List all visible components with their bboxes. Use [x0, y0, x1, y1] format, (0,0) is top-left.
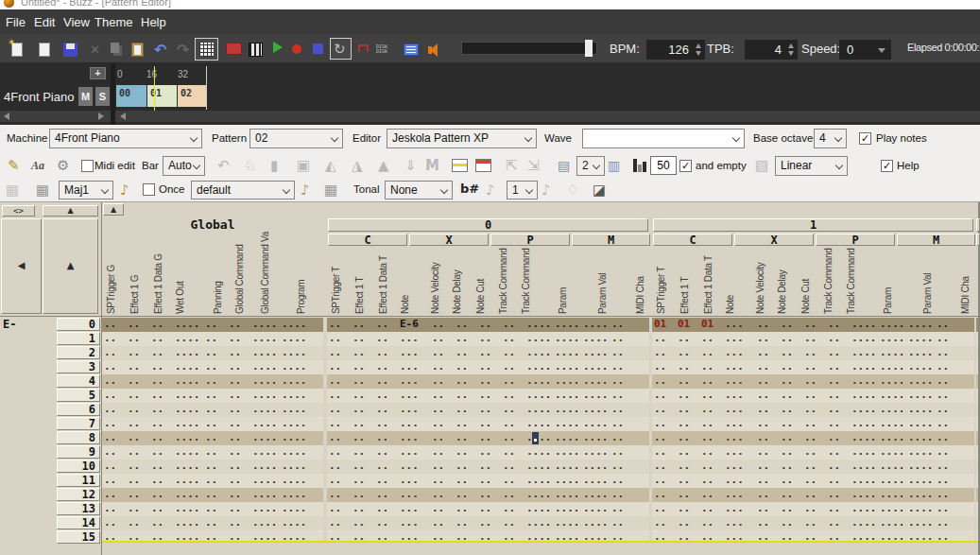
pattern-cell[interactable]: .. — [479, 374, 491, 388]
subgroup-header-P[interactable]: P — [816, 234, 895, 246]
pattern-cell[interactable]: .. — [757, 403, 769, 416]
and-empty-checkbox[interactable]: ✓ — [679, 160, 692, 172]
pattern-cell[interactable]: .. — [352, 445, 365, 459]
pattern-cell[interactable]: .. — [654, 445, 666, 459]
pattern-cell[interactable]: .... — [282, 474, 307, 487]
pattern-cell[interactable]: .... — [252, 502, 278, 515]
pattern-cell[interactable]: .. — [205, 431, 217, 444]
pattern-cell[interactable]: .. — [432, 360, 444, 373]
pattern-cell[interactable]: .... — [282, 403, 307, 416]
pattern-cell[interactable]: .. — [205, 488, 217, 501]
disk-writer-icon[interactable]: DISKDISK — [376, 44, 387, 54]
pattern-row-track1[interactable]: ............................... — [652, 460, 974, 474]
pattern-cell[interactable]: .. — [229, 460, 241, 473]
pattern-cell[interactable]: .. — [229, 332, 241, 345]
pattern-cell[interactable]: .. — [937, 346, 949, 359]
pattern-cell[interactable]: .... — [851, 502, 877, 515]
pattern-cell[interactable]: .... — [908, 318, 934, 331]
pattern-cell[interactable]: ... — [400, 374, 419, 388]
pattern-cell[interactable]: .... — [175, 474, 200, 487]
loop-button[interactable]: ↻ — [330, 38, 352, 60]
pattern-cell[interactable]: .. — [104, 318, 116, 331]
pattern-cell[interactable]: .... — [282, 516, 307, 529]
pattern-cell[interactable]: .. — [329, 474, 341, 487]
pattern-cell[interactable]: .. — [151, 474, 163, 487]
pattern-cell[interactable]: ... — [725, 332, 744, 345]
pattern-cell[interactable]: .. — [128, 417, 140, 430]
pattern-row-global[interactable]: ...................... — [102, 318, 323, 332]
pattern-cell[interactable]: .. — [376, 474, 388, 487]
pattern-cell[interactable]: .. — [205, 516, 217, 529]
pattern-cell[interactable]: .. — [757, 346, 769, 359]
pattern-cell[interactable]: .. — [828, 389, 840, 402]
pattern-cell[interactable]: .... — [526, 445, 552, 459]
pattern-cell[interactable]: .. — [229, 445, 241, 459]
pattern-cell[interactable]: .. — [611, 346, 624, 359]
pattern-cell[interactable]: .... — [851, 318, 877, 331]
pattern-row-track0[interactable]: ............................... — [327, 403, 649, 417]
pattern-cell[interactable]: .. — [376, 488, 388, 501]
pattern-cell[interactable]: 01 — [654, 318, 666, 331]
pattern-cell[interactable]: .. — [479, 332, 491, 345]
pattern-cell[interactable]: .. — [432, 460, 444, 473]
pattern-cell[interactable]: .... — [175, 502, 200, 515]
pattern-cell[interactable]: .. — [456, 445, 468, 459]
copy-icon[interactable] — [111, 43, 119, 53]
pattern-cell[interactable]: .. — [503, 417, 515, 430]
pattern-row-track0[interactable]: ............................... — [327, 332, 649, 346]
pattern-cell[interactable]: .... — [526, 431, 552, 444]
pattern-cell[interactable]: .. — [937, 488, 949, 501]
pattern-cell[interactable]: .... — [851, 417, 877, 430]
pattern-cell[interactable]: .... — [851, 431, 877, 444]
pattern-cell[interactable]: .. — [479, 389, 491, 402]
pattern-cell[interactable]: .. — [678, 346, 690, 359]
pattern-cell[interactable]: .. — [611, 502, 624, 515]
pattern-cell[interactable]: .. — [828, 318, 840, 331]
machine-dropdown[interactable]: 4Front Piano — [49, 129, 202, 148]
pattern-cell[interactable]: .. — [804, 488, 817, 501]
pattern-cell[interactable]: .. — [781, 318, 793, 331]
pattern-cell[interactable]: .. — [456, 403, 468, 416]
pattern-cell[interactable]: .. — [352, 460, 365, 473]
pattern-cell[interactable]: .. — [828, 431, 840, 444]
pattern-cell[interactable]: .... — [583, 417, 609, 430]
pattern-cell[interactable]: .. — [329, 502, 341, 515]
pattern-cell[interactable]: ... — [725, 374, 744, 388]
pattern-cell[interactable]: .. — [432, 346, 444, 359]
pattern-cell[interactable]: .. — [757, 516, 769, 529]
pattern-cell[interactable]: .... — [583, 318, 609, 331]
info-view-icon[interactable] — [404, 43, 419, 56]
pattern-cell[interactable]: .. — [205, 318, 217, 331]
pattern-cell[interactable]: .... — [908, 360, 934, 373]
pattern-cell[interactable]: .. — [229, 474, 241, 487]
pattern-row-track0[interactable]: ............................... — [327, 417, 649, 431]
pattern-cell[interactable]: .. — [329, 488, 341, 501]
pattern-cell[interactable]: .. — [781, 403, 793, 416]
pattern-cell[interactable]: .. — [804, 431, 817, 444]
new-file-icon[interactable]: ✶ — [11, 43, 23, 57]
pattern-cell[interactable]: .. — [329, 431, 341, 444]
header-scroll-up-button[interactable]: ▲ — [103, 203, 124, 216]
bpm-up-arrow[interactable] — [696, 43, 701, 48]
accidental-icon[interactable]: b# — [460, 182, 479, 197]
pattern-cell[interactable]: .. — [104, 488, 116, 501]
pattern-cell[interactable]: .. — [432, 389, 444, 402]
pattern-cell[interactable]: .. — [329, 389, 341, 402]
pattern-cell[interactable]: .. — [804, 474, 817, 487]
pattern-cell[interactable]: .... — [908, 431, 934, 444]
pattern-cell[interactable]: .... — [175, 389, 200, 402]
pattern-cell[interactable]: .. — [229, 318, 241, 331]
pattern-cell[interactable]: .. — [828, 502, 840, 515]
pattern-cell[interactable]: .... — [175, 488, 200, 501]
tonal-dropdown[interactable]: None — [385, 181, 453, 199]
pattern-cell[interactable]: .... — [252, 332, 278, 345]
pattern-cell[interactable]: .. — [205, 389, 217, 402]
humanize-value-input[interactable]: 50 — [650, 156, 677, 175]
pattern-cell[interactable]: .. — [479, 516, 491, 529]
pattern-cell[interactable]: ... — [725, 360, 744, 373]
pattern-cell[interactable]: .. — [701, 346, 714, 359]
pattern-cell[interactable]: .. — [654, 346, 666, 359]
pattern-row-global[interactable]: ...................... — [102, 460, 323, 474]
pattern-cell[interactable]: .. — [503, 431, 515, 444]
pattern-cell[interactable]: .... — [252, 389, 278, 402]
